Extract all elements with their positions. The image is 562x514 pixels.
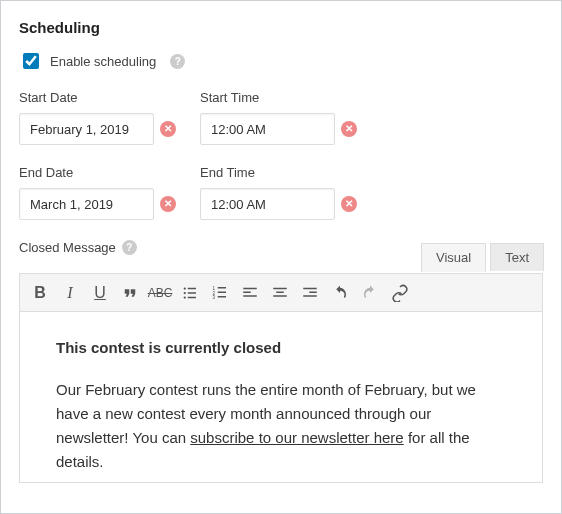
end-time-label: End Time: [200, 165, 357, 180]
start-date-input[interactable]: [19, 113, 154, 145]
end-row: End Date ✕ End Time ✕: [19, 165, 543, 220]
end-time-group: End Time ✕: [200, 165, 357, 220]
end-time-input[interactable]: [200, 188, 335, 220]
link-icon[interactable]: [386, 279, 414, 307]
align-right-icon[interactable]: [296, 279, 324, 307]
help-icon[interactable]: ?: [170, 54, 185, 69]
start-date-label: Start Date: [19, 90, 176, 105]
help-icon[interactable]: ?: [122, 240, 137, 255]
clear-icon[interactable]: ✕: [160, 196, 176, 212]
blockquote-icon[interactable]: [116, 279, 144, 307]
svg-rect-14: [243, 295, 257, 297]
clear-icon[interactable]: ✕: [341, 121, 357, 137]
undo-icon[interactable]: [326, 279, 354, 307]
editor-content-area[interactable]: This contest is currently closed Our Feb…: [20, 312, 542, 482]
enable-scheduling-label: Enable scheduling: [50, 54, 156, 69]
editor-body: Our February contest runs the entire mon…: [56, 378, 506, 474]
align-center-icon[interactable]: [266, 279, 294, 307]
svg-rect-12: [243, 287, 257, 289]
svg-rect-19: [309, 291, 317, 293]
scheduling-panel: Scheduling Enable scheduling ? Start Dat…: [0, 0, 562, 514]
tab-text[interactable]: Text: [490, 243, 544, 271]
svg-point-2: [184, 291, 186, 293]
editor-heading: This contest is currently closed: [56, 336, 506, 360]
end-date-input[interactable]: [19, 188, 154, 220]
svg-rect-1: [188, 287, 196, 289]
end-date-label: End Date: [19, 165, 176, 180]
numbered-list-icon[interactable]: 123: [206, 279, 234, 307]
newsletter-link[interactable]: subscribe to our newsletter here: [190, 429, 403, 446]
start-time-input[interactable]: [200, 113, 335, 145]
svg-rect-9: [218, 291, 226, 293]
closed-message-label: Closed Message: [19, 240, 116, 255]
redo-icon[interactable]: [356, 279, 384, 307]
align-left-icon[interactable]: [236, 279, 264, 307]
svg-point-0: [184, 287, 186, 289]
italic-icon[interactable]: I: [56, 279, 84, 307]
editor-toolbar: B I U ABC 123: [20, 274, 542, 312]
enable-scheduling-row: Enable scheduling ?: [19, 50, 543, 72]
bold-icon[interactable]: B: [26, 279, 54, 307]
bullet-list-icon[interactable]: [176, 279, 204, 307]
svg-rect-18: [303, 287, 317, 289]
svg-rect-7: [218, 287, 226, 289]
start-date-group: Start Date ✕: [19, 90, 176, 145]
strikethrough-icon[interactable]: ABC: [146, 279, 174, 307]
underline-icon[interactable]: U: [86, 279, 114, 307]
section-title: Scheduling: [19, 19, 543, 36]
tab-visual[interactable]: Visual: [421, 243, 486, 272]
svg-rect-13: [243, 291, 251, 293]
clear-icon[interactable]: ✕: [341, 196, 357, 212]
svg-rect-16: [276, 291, 284, 293]
start-time-group: Start Time ✕: [200, 90, 357, 145]
svg-rect-15: [273, 287, 287, 289]
svg-rect-17: [273, 295, 287, 297]
start-row: Start Date ✕ Start Time ✕: [19, 90, 543, 145]
editor-tabs: Visual Text: [421, 243, 544, 271]
rich-text-editor: B I U ABC 123: [19, 273, 543, 483]
svg-rect-20: [303, 295, 317, 297]
svg-rect-5: [188, 296, 196, 298]
svg-rect-11: [218, 296, 226, 298]
svg-rect-3: [188, 292, 196, 294]
svg-text:3: 3: [213, 295, 216, 300]
start-time-label: Start Time: [200, 90, 357, 105]
svg-point-4: [184, 296, 186, 298]
end-date-group: End Date ✕: [19, 165, 176, 220]
enable-scheduling-checkbox[interactable]: [23, 53, 39, 69]
clear-icon[interactable]: ✕: [160, 121, 176, 137]
